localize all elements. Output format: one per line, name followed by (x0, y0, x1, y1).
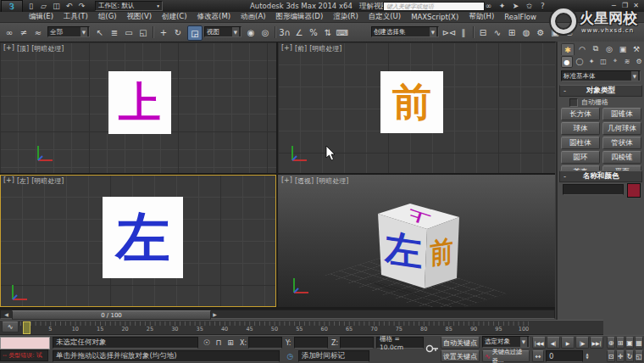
box-button[interactable]: 长方体 (561, 108, 600, 120)
menu-group[interactable]: 组(G) (93, 12, 122, 22)
y-coordinate-field[interactable] (294, 337, 328, 349)
sphere-button[interactable]: 球体 (561, 122, 600, 135)
go-to-start-button[interactable]: |◀◀ (532, 337, 546, 349)
tab-utilities-icon[interactable]: ⚒ (630, 43, 642, 54)
add-time-tag-field[interactable]: 添加时间标记 (298, 350, 369, 362)
mini-curve-editor-button[interactable]: ∿ (2, 321, 19, 332)
minimize-button[interactable]: ─ (608, 1, 619, 10)
close-button[interactable]: ✕ (630, 1, 641, 10)
material-editor-icon[interactable]: ◍ (519, 25, 533, 39)
key-mode-toggle[interactable]: ↔ (532, 350, 544, 362)
rollout-name-color[interactable]: - 名称和颜色 (559, 170, 642, 182)
reference-coordinate-dropdown[interactable]: 视图▼ (204, 26, 242, 37)
menu-edit[interactable]: 编辑(E) (24, 12, 58, 22)
absolute-offset-mode-icon[interactable]: ⊞ (225, 337, 236, 349)
object-color-swatch[interactable] (627, 183, 641, 198)
tab-motion-icon[interactable]: ◎ (603, 43, 615, 54)
cameras-icon[interactable]: ◫ (598, 56, 608, 66)
workspace-dropdown[interactable]: 工作区: 默认 ▾ (95, 1, 163, 11)
tab-create-icon[interactable]: ✱ (561, 43, 575, 55)
angle-snap-icon[interactable]: ∠ (292, 25, 306, 39)
go-to-end-button[interactable]: ▶▶| (590, 337, 603, 349)
cone-button[interactable]: 圆锥体 (602, 108, 641, 120)
cylinder-button[interactable]: 圆柱体 (561, 137, 600, 149)
rollout-object-type[interactable]: - 对象类型 (559, 85, 642, 97)
x-coordinate-field[interactable] (248, 337, 282, 349)
select-and-rotate-icon[interactable]: ↻ (171, 25, 185, 39)
z-coordinate-field[interactable] (340, 337, 374, 349)
trackbar-caret[interactable] (23, 321, 31, 334)
tube-button[interactable]: 管状体 (602, 137, 641, 149)
zoom-extents-all-icon[interactable]: ▦ (635, 337, 643, 349)
menu-realflow[interactable]: RealFlow (499, 13, 541, 21)
isolate-selection-icon[interactable]: ☉ (202, 337, 212, 349)
render-production-icon[interactable]: ♨ (563, 25, 576, 39)
select-and-manipulate-icon[interactable]: ◎ (258, 25, 272, 39)
current-frame-field[interactable]: 0 (546, 350, 583, 362)
viewport-front[interactable]: [+] [前] [明暗处理] 前 (278, 42, 555, 173)
maxscript-listener-error[interactable]: -- 类型错误: 试 (0, 349, 48, 361)
menu-tools[interactable]: 工具(T) (58, 12, 93, 22)
viewport-menu-view[interactable]: [左] (17, 176, 29, 186)
menu-help[interactable]: 帮助(H) (464, 12, 499, 22)
menu-modifiers[interactable]: 修改器(M) (192, 12, 236, 22)
set-key-button[interactable]: 设置关键点 (441, 350, 480, 362)
viewport-menu-pos[interactable]: [+] (3, 176, 14, 186)
systems-icon[interactable]: ⚙ (634, 56, 644, 66)
space-warps-icon[interactable]: ≋ (622, 56, 632, 66)
menu-create[interactable]: 创建(C) (157, 12, 192, 22)
previous-frame-arrow[interactable]: ◀ (3, 311, 10, 317)
shapes-icon[interactable]: ◯ (575, 56, 585, 66)
zoom-extents-icon[interactable]: ▣ (625, 337, 634, 349)
pan-icon[interactable]: ✛ (616, 350, 625, 362)
set-keys-icon[interactable] (425, 340, 439, 357)
bind-to-space-warp-icon[interactable]: ≈ (31, 25, 45, 39)
keyboard-override-icon[interactable]: ⌨ (336, 25, 349, 39)
restore-button[interactable]: ❐ (619, 1, 630, 10)
schedule-view-icon[interactable]: ⊞ (505, 25, 519, 39)
undo-icon[interactable]: ↶ (64, 1, 75, 11)
viewport-menu-view[interactable]: [顶] (17, 44, 29, 53)
spinner-snap-icon[interactable]: ⇅ (321, 25, 335, 39)
menu-customize[interactable]: 自定义(U) (364, 12, 406, 22)
rectangular-selection-icon[interactable]: ▭ (122, 25, 136, 39)
viewport-menu-pos[interactable]: [+] (3, 44, 14, 53)
primitive-category-dropdown[interactable]: 标准基本体▼ (561, 70, 641, 81)
time-slider[interactable]: ◀ 0 / 100 ▶ (0, 310, 555, 319)
help-icon[interactable]: ? (537, 1, 548, 11)
menu-rendering[interactable]: 渲染(R) (328, 12, 364, 22)
redo-icon[interactable]: ↷ (76, 1, 87, 11)
percent-snap-icon[interactable]: % (307, 25, 320, 39)
selection-set-dropdown[interactable]: 选定对象▼ (482, 336, 530, 348)
viewport-menu-view[interactable]: [透视] (295, 176, 314, 186)
frame-spinner[interactable]: ▲▼ (584, 350, 591, 362)
viewport-menu-pos[interactable]: [+] (281, 44, 292, 53)
viewport-menu-view[interactable]: [前] (295, 44, 307, 53)
previous-frame-button[interactable]: ◀| (547, 337, 560, 349)
torus-button[interactable]: 圆环 (561, 151, 600, 164)
named-selection-sets-dropdown[interactable]: 创建选择集▼ (371, 26, 439, 37)
helpers-icon[interactable]: ⌖ (610, 56, 620, 66)
geosphere-button[interactable]: 几何球体 (602, 122, 641, 135)
track-bar[interactable]: ∿ 05101520253035404550556065707580859095… (0, 320, 603, 335)
select-object-icon[interactable]: ↖ (93, 25, 107, 39)
communication-center-icon[interactable]: ➤ (510, 1, 521, 11)
viewport-menu-shading[interactable]: [明暗处理] (31, 44, 64, 53)
zoom-region-icon[interactable]: ⊡ (607, 350, 615, 362)
tab-hierarchy-icon[interactable]: ⧉ (590, 43, 602, 54)
auto-key-button[interactable]: 自动关键点 (441, 337, 480, 349)
mirror-icon[interactable]: ⊳⊲ (442, 25, 456, 39)
select-and-link-icon[interactable]: ∞ (3, 25, 16, 39)
play-button[interactable]: ▶ (561, 337, 575, 349)
select-and-move-icon[interactable]: + (157, 25, 170, 39)
selection-lock-icon[interactable]: ⊓ (214, 337, 224, 349)
tab-modify-icon[interactable]: ◠ (576, 43, 588, 54)
orbit-icon[interactable]: ↻ (625, 350, 634, 362)
search-input[interactable]: 键入关键字或短语 (383, 2, 485, 11)
next-frame-button[interactable]: |▶ (575, 337, 589, 349)
menu-maxscript[interactable]: MAXScript(X) (406, 13, 464, 21)
viewport-menu-shading[interactable]: [明暗处理] (316, 176, 348, 186)
viewport-perspective[interactable]: [+] [透视] [明暗处理] 左 前 上 (278, 175, 555, 307)
binoculars-search-icon[interactable]: ∞ (483, 1, 494, 11)
lights-icon[interactable]: ✦ (586, 56, 597, 66)
